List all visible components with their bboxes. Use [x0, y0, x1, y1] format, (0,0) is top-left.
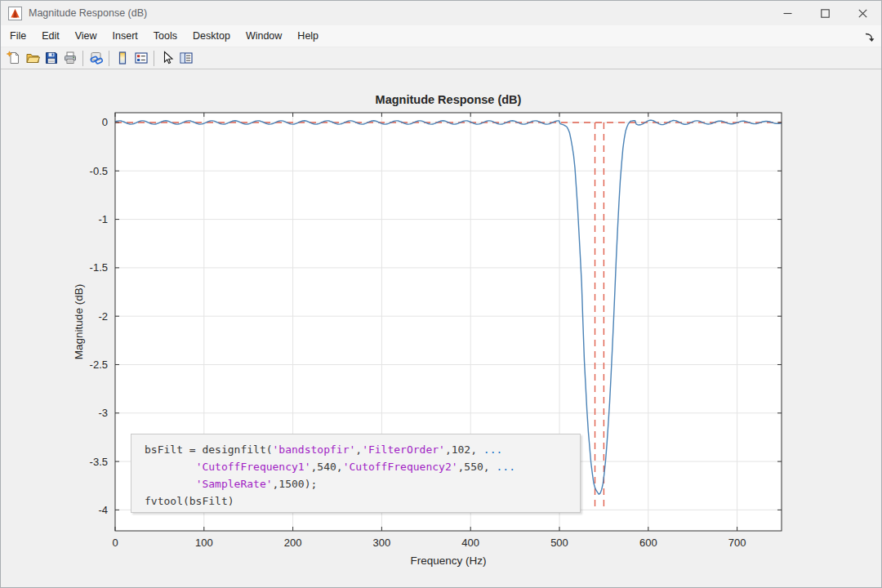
menu-file[interactable]: File — [2, 27, 33, 45]
code-line: bsFilt = designfilt('bandstopfir','Filte… — [145, 441, 580, 458]
x-tick-label: 700 — [728, 537, 746, 549]
code-token-ellipsis: ... — [497, 461, 515, 473]
code-token-code — [145, 478, 196, 490]
x-tick-label: 300 — [373, 537, 391, 549]
code-annotation[interactable]: bsFilt = designfilt('bandstopfir','Filte… — [131, 434, 581, 513]
close-button[interactable] — [844, 1, 881, 25]
y-tick-label: -2.5 — [90, 359, 108, 371]
y-tick-label: 0 — [102, 116, 108, 128]
y-tick-label: -3 — [98, 407, 108, 419]
menu-help[interactable]: Help — [290, 27, 326, 45]
menu-window[interactable]: Window — [238, 27, 289, 45]
code-token-code: bsFilt = designfilt( — [145, 443, 273, 456]
x-tick-label: 200 — [284, 537, 302, 549]
x-tick-label: 100 — [195, 537, 213, 549]
print-icon[interactable] — [60, 49, 79, 68]
y-tick-label: -0.5 — [90, 165, 108, 177]
link-plot-icon[interactable] — [87, 49, 105, 68]
code-token-code: ,1500); — [273, 478, 318, 490]
window-controls — [768, 1, 881, 25]
title-bar: Magnitude Response (dB) — [1, 1, 881, 25]
open-folder-icon[interactable] — [23, 49, 42, 68]
code-token-code: ,550, — [458, 461, 497, 473]
x-tick-label: 0 — [112, 537, 118, 549]
figure-canvas: Magnitude Response (dB)01002003004005006… — [1, 69, 882, 588]
code-token-code: , — [355, 443, 362, 456]
insert-colorbar-icon[interactable] — [113, 49, 131, 68]
menu-desktop[interactable]: Desktop — [185, 27, 238, 45]
menu-tools[interactable]: Tools — [146, 27, 185, 45]
code-token-ellipsis: ... — [483, 443, 502, 456]
dock-arrow-icon[interactable] — [862, 29, 876, 44]
insert-legend-icon[interactable] — [131, 49, 150, 68]
code-token-code: fvtool(bsFilt) — [145, 495, 234, 507]
new-document-icon[interactable] — [4, 49, 23, 68]
x-tick-label: 600 — [639, 537, 657, 549]
x-tick-label: 400 — [461, 537, 479, 549]
figure-toolbar — [1, 47, 881, 69]
minimize-button[interactable] — [768, 1, 806, 25]
code-token-code: ,540, — [311, 461, 343, 473]
code-line: fvtool(bsFilt) — [145, 492, 580, 510]
code-token-code — [145, 461, 196, 473]
maximize-button[interactable] — [806, 1, 844, 25]
matlab-logo-icon — [8, 7, 22, 20]
y-tick-label: -2 — [98, 310, 108, 323]
window-title: Magnitude Response (dB) — [29, 7, 147, 19]
x-tick-label: 500 — [550, 537, 568, 549]
menu-bar: File Edit View Insert Tools Desktop Wind… — [1, 25, 881, 47]
toolbar-separator — [109, 51, 109, 66]
fvtool-window: Magnitude Response (dB) File Edit View I… — [0, 0, 882, 588]
code-token-string: 'CutoffFrequency2' — [343, 461, 458, 473]
y-tick-label: -3.5 — [90, 456, 108, 468]
y-axis-label: Magnitude (dB) — [73, 284, 85, 359]
code-token-string: 'SampleRate' — [196, 478, 273, 490]
code-token-string: 'bandstopfir' — [273, 443, 356, 456]
code-line: 'CutoffFrequency1',540,'CutoffFrequency2… — [145, 458, 580, 475]
toolbar-separator — [154, 51, 154, 66]
code-token-string: 'CutoffFrequency1' — [196, 461, 311, 473]
edit-plot-icon[interactable] — [158, 49, 176, 68]
y-tick-label: -4 — [98, 504, 108, 516]
code-token-code: ,102, — [445, 443, 483, 456]
menu-insert[interactable]: Insert — [105, 27, 145, 45]
menu-edit[interactable]: Edit — [34, 27, 67, 45]
code-line: 'SampleRate',1500); — [145, 475, 580, 492]
y-tick-label: -1.5 — [90, 261, 108, 274]
plot-title: Magnitude Response (dB) — [376, 93, 522, 106]
toolbar-separator — [82, 51, 83, 66]
save-icon[interactable] — [42, 49, 60, 68]
y-tick-label: -1 — [98, 213, 108, 225]
x-axis-label: Frequency (Hz) — [410, 555, 486, 567]
menu-view[interactable]: View — [68, 27, 105, 45]
filter-specifications-icon[interactable] — [176, 49, 195, 68]
code-token-string: 'FilterOrder' — [362, 443, 445, 456]
